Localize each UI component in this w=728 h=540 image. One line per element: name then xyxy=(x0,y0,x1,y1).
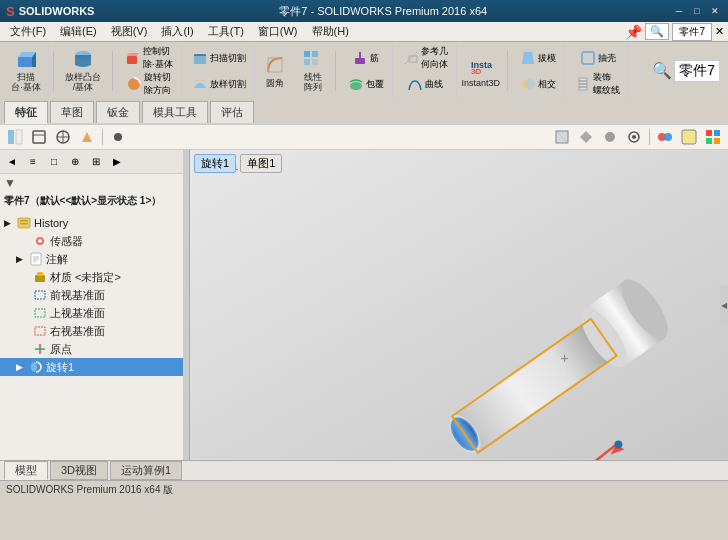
tab-motion1[interactable]: 运动算例1 xyxy=(110,461,182,480)
history-icon xyxy=(16,215,32,231)
view-display-3[interactable] xyxy=(599,127,621,147)
toolbar-pin-icon[interactable]: 📌 xyxy=(625,24,642,40)
zero-icon[interactable]: 零件7 xyxy=(674,60,720,82)
3d-viewport[interactable]: 旋转1 单图1 xyxy=(190,150,728,460)
view-btn-1[interactable] xyxy=(4,127,26,147)
tab-3d-view[interactable]: 3D视图 xyxy=(50,461,108,480)
linear-array-icon xyxy=(301,49,325,71)
loft-button[interactable]: 放样凸台/基体 xyxy=(62,46,104,94)
view-display-4[interactable] xyxy=(623,127,645,147)
logo-sw: S xyxy=(6,4,15,19)
rib-button[interactable]: 筋 xyxy=(344,45,388,71)
menu-help[interactable]: 帮助(H) xyxy=(306,23,355,40)
shell-button[interactable]: 抽壳 xyxy=(571,45,624,71)
curve-label: 曲线 xyxy=(425,78,443,91)
svg-rect-10 xyxy=(304,51,310,57)
view-toolbar xyxy=(0,124,728,150)
close-search-icon[interactable]: ✕ xyxy=(715,25,724,38)
scan-cut-button[interactable]: 扫描切割 xyxy=(188,45,250,71)
viewport-collapse-handle[interactable]: ◀ xyxy=(720,285,728,325)
help-search[interactable]: 零件7 xyxy=(672,23,712,41)
svg-rect-0 xyxy=(18,57,32,67)
wrap-button[interactable]: 包覆 xyxy=(344,72,388,96)
view-color-3[interactable] xyxy=(702,127,724,147)
tree-item-top-plane[interactable]: 上视基准面 xyxy=(0,304,189,322)
sensor-icon xyxy=(32,233,48,249)
tree-root-label: 零件7（默认<<默认>显示状态 1>） xyxy=(4,194,161,208)
lp-plus-icon[interactable]: ⊕ xyxy=(65,153,85,171)
menu-view[interactable]: 视图(V) xyxy=(105,23,154,40)
tab-sheet-metal[interactable]: 钣金 xyxy=(96,101,140,123)
tab-mold-tools[interactable]: 模具工具 xyxy=(142,101,208,123)
svg-rect-51 xyxy=(20,220,28,222)
draft-button[interactable]: 拔模 xyxy=(516,45,560,71)
panel-resize-handle[interactable] xyxy=(183,150,189,460)
revolve1-icon xyxy=(28,359,44,375)
tab-model[interactable]: 模型 xyxy=(4,461,48,480)
toolbar-search-icon[interactable]: 🔍 xyxy=(652,61,672,80)
view-btn-4[interactable] xyxy=(76,127,98,147)
svg-point-16 xyxy=(350,82,362,90)
window-controls[interactable]: ─ □ ✕ xyxy=(672,5,722,17)
minimize-button[interactable]: ─ xyxy=(672,5,686,17)
view-btn-5[interactable] xyxy=(107,127,129,147)
instant3d-button[interactable]: Instant 3D Instant3D xyxy=(459,47,504,95)
svg-rect-49 xyxy=(714,138,720,144)
tree-item-origin[interactable]: 原点 xyxy=(0,340,189,358)
svg-rect-46 xyxy=(706,130,712,136)
sep4 xyxy=(507,51,508,91)
tree-item-front-plane[interactable]: 前视基准面 xyxy=(0,286,189,304)
extrude-boss-button[interactable]: 扫描台·基体 xyxy=(8,46,44,94)
close-button[interactable]: ✕ xyxy=(708,5,722,17)
filter-area: ▼ xyxy=(0,174,189,192)
view-display-1[interactable] xyxy=(551,127,573,147)
linear-array-button[interactable]: 线性阵列 xyxy=(295,47,331,95)
view-btn-2[interactable] xyxy=(28,127,50,147)
tree-item-notes[interactable]: ▶ 注解 xyxy=(0,250,189,268)
menu-tools[interactable]: 工具(T) xyxy=(202,23,250,40)
tree-item-sensor[interactable]: 传感器 xyxy=(0,232,189,250)
lp-list-icon[interactable]: ≡ xyxy=(23,153,43,171)
boundary-cut-button[interactable]: 放样切割 xyxy=(188,72,250,96)
view-color-1[interactable] xyxy=(654,127,676,147)
view-rotate1-button[interactable]: 旋转1 xyxy=(194,154,236,173)
lp-play-icon[interactable]: ▶ xyxy=(107,153,127,171)
view-color-2[interactable] xyxy=(678,127,700,147)
rotate-cut-button[interactable]: 旋转切除方向 xyxy=(121,72,177,96)
svg-marker-5 xyxy=(127,53,139,56)
tree-root[interactable]: 零件7（默认<<默认>显示状态 1>） xyxy=(0,192,189,210)
lp-arrow-icon[interactable]: ◄ xyxy=(2,153,22,171)
tab-evaluate[interactable]: 评估 xyxy=(210,101,254,123)
curve-button[interactable]: 曲线 xyxy=(399,72,452,96)
filter-icon: ▼ xyxy=(4,176,16,190)
instant3d-label: Instant3D xyxy=(462,79,501,89)
ref-geo-button[interactable]: 参考几何向体 xyxy=(399,45,452,71)
tab-sketch[interactable]: 草图 xyxy=(50,101,94,123)
menu-file[interactable]: 文件(F) xyxy=(4,23,52,40)
revolve1-expand: ▶ xyxy=(16,362,26,372)
view-display-2[interactable] xyxy=(575,127,597,147)
sensor-label: 传感器 xyxy=(50,234,83,249)
menu-insert[interactable]: 插入(I) xyxy=(155,23,199,40)
tab-features[interactable]: 特征 xyxy=(4,101,48,124)
tree-item-material[interactable]: 材质 <未指定> xyxy=(0,268,189,286)
lp-box-icon[interactable]: □ xyxy=(44,153,64,171)
view-btn-3[interactable] xyxy=(52,127,74,147)
menu-window[interactable]: 窗口(W) xyxy=(252,23,304,40)
thread-button[interactable]: 装饰螺纹线 xyxy=(571,72,624,96)
tree-item-revolve1[interactable]: ▶ 旋转1 xyxy=(0,358,189,376)
search-icon[interactable]: 🔍 xyxy=(645,23,669,40)
lp-grid-icon[interactable]: ⊞ xyxy=(86,153,106,171)
control-cut-button[interactable]: 控制切除·基体 xyxy=(121,45,177,71)
tree-item-right-plane[interactable]: 右视基准面 xyxy=(0,322,189,340)
draft-label: 拔模 xyxy=(538,52,556,65)
titlebar: S SOLIDWORKS 零件7 - SOLIDWORKS Premium 20… xyxy=(0,0,728,22)
tree-item-history[interactable]: ▶ History xyxy=(0,214,189,232)
intersect-button[interactable]: 相交 xyxy=(516,72,560,96)
fillet-label: 圆角 xyxy=(266,79,284,89)
fillet-button[interactable]: 圆角 xyxy=(257,47,293,95)
extrude-boss-icon xyxy=(14,47,38,71)
view-sheet1-button[interactable]: 单图1 xyxy=(240,154,282,173)
maximize-button[interactable]: □ xyxy=(690,5,704,17)
menu-edit[interactable]: 编辑(E) xyxy=(54,23,103,40)
